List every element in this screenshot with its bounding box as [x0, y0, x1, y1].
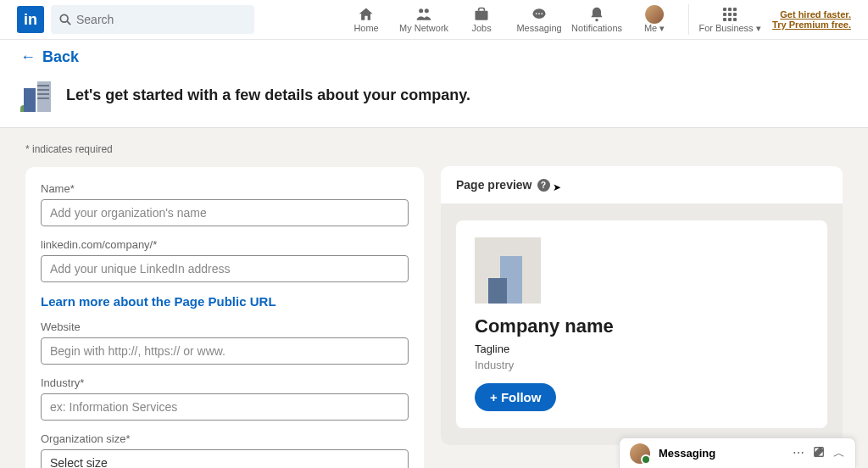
messaging-icon — [531, 6, 548, 23]
premium-links[interactable]: Get hired faster. Try Premium free. — [772, 9, 851, 30]
website-input[interactable] — [41, 337, 409, 365]
follow-button[interactable]: + Follow — [475, 383, 556, 411]
svg-point-0 — [60, 14, 68, 22]
nav-network-label: My Network — [399, 23, 448, 33]
premium-link-1[interactable]: Get hired faster. — [772, 9, 851, 20]
preview-card: Page preview ? Company name Tagline Indu… — [441, 166, 843, 445]
mouse-cursor: ➤ — [553, 181, 561, 193]
chevron-up-icon[interactable]: ︿ — [833, 446, 845, 461]
nav-notifications-label: Notifications — [571, 23, 622, 33]
nav-me[interactable]: Me ▾ — [626, 6, 683, 34]
svg-point-7 — [538, 13, 540, 14]
nav-business-label: For Business ▾ — [698, 23, 760, 34]
nav-jobs-label: Jobs — [471, 23, 491, 33]
svg-point-3 — [425, 8, 429, 13]
back-link[interactable]: ← Back — [20, 48, 848, 66]
nav-notifications[interactable]: Notifications — [568, 6, 626, 33]
arrow-left-icon: ← — [20, 48, 36, 66]
learn-more-link[interactable]: Learn more about the Page Public URL — [41, 294, 276, 309]
bell-icon — [588, 6, 605, 23]
nav-business[interactable]: For Business ▾ — [694, 6, 765, 34]
home-icon — [358, 6, 375, 23]
size-label: Organization size* — [41, 432, 409, 445]
company-logo-placeholder — [475, 237, 541, 304]
search-icon — [59, 14, 71, 25]
url-input[interactable] — [41, 255, 409, 282]
required-indicator: * indicates required — [25, 143, 424, 155]
nav-messaging[interactable]: Messaging — [510, 6, 568, 33]
nav-home[interactable]: Home — [337, 6, 395, 33]
help-icon[interactable]: ? — [537, 179, 550, 192]
nav-jobs[interactable]: Jobs — [453, 6, 510, 33]
grid-icon — [723, 6, 737, 23]
nav-messaging-label: Messaging — [516, 23, 561, 33]
preview-industry: Industry — [475, 359, 809, 371]
name-input[interactable] — [41, 199, 409, 226]
industry-input[interactable] — [41, 393, 409, 421]
company-page-icon — [20, 78, 54, 112]
svg-line-1 — [67, 21, 70, 25]
jobs-icon — [473, 6, 490, 23]
linkedin-logo[interactable]: in — [17, 6, 44, 33]
preview-title: Page preview — [456, 178, 532, 192]
size-select[interactable]: Select size — [41, 449, 409, 468]
compose-icon[interactable] — [813, 446, 825, 461]
premium-link-2[interactable]: Try Premium free. — [772, 20, 851, 30]
industry-label: Industry* — [41, 376, 409, 389]
messaging-bar[interactable]: Messaging ⋯ ︿ — [619, 437, 856, 468]
avatar-icon — [645, 6, 664, 23]
name-label: Name* — [41, 182, 409, 195]
nav-me-label: Me ▾ — [644, 23, 665, 34]
website-label: Website — [41, 320, 409, 333]
svg-rect-4 — [476, 11, 488, 20]
subheader: ← Back Let's get started with a few deta… — [0, 40, 868, 128]
preview-company-name: Company name — [475, 315, 809, 337]
top-nav: in Home My Network Jobs Messaging Notifi… — [0, 0, 868, 40]
url-label: linkedin.com/company/* — [41, 238, 409, 251]
svg-point-6 — [536, 13, 537, 14]
messaging-avatar — [630, 443, 650, 464]
svg-point-9 — [595, 19, 598, 21]
nav-network[interactable]: My Network — [395, 6, 453, 33]
form-card: Name* linkedin.com/company/* Learn more … — [25, 167, 424, 468]
network-icon — [415, 6, 432, 23]
svg-point-8 — [542, 13, 543, 14]
svg-point-2 — [419, 8, 423, 13]
search-container[interactable] — [51, 5, 254, 34]
nav-home-label: Home — [353, 23, 378, 33]
page-title: Let's get started with a few details abo… — [66, 86, 470, 104]
search-input[interactable] — [76, 13, 246, 26]
messaging-title: Messaging — [659, 447, 793, 460]
preview-tagline: Tagline — [475, 343, 809, 355]
more-icon[interactable]: ⋯ — [793, 446, 804, 461]
back-label: Back — [42, 48, 79, 66]
